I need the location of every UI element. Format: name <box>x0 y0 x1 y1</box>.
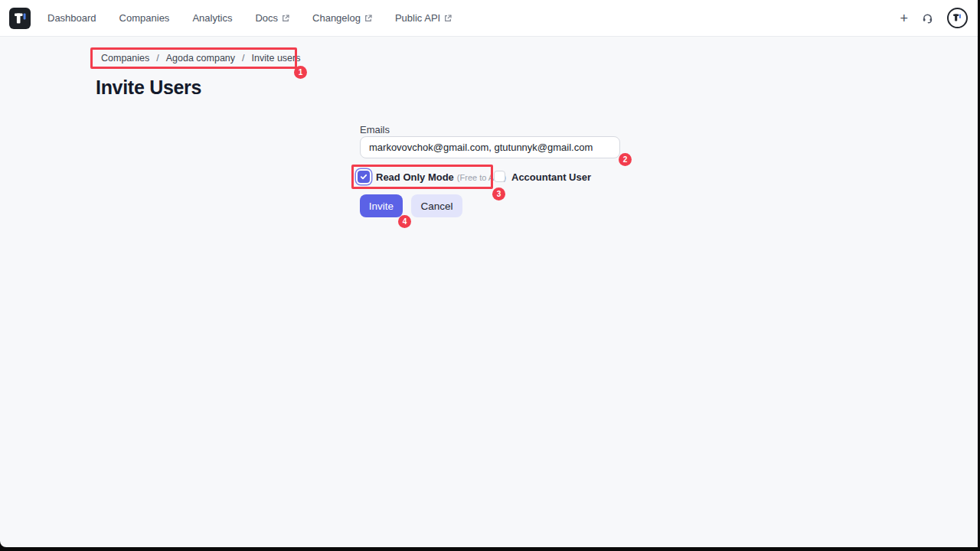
nav-item-dashboard[interactable]: Dashboard <box>47 12 96 24</box>
read-only-mode-label[interactable]: Read Only Mode(Free to Add) <box>376 171 506 183</box>
external-link-icon <box>364 15 372 22</box>
read-only-mode-checkbox[interactable] <box>358 171 370 183</box>
breadcrumb-separator: / <box>156 53 158 64</box>
nav-item-label: Public API <box>395 12 440 24</box>
nav-item-label: Docs <box>255 12 278 24</box>
nav-item-changelog[interactable]: Changelog <box>312 12 372 24</box>
breadcrumb-companies[interactable]: Companies <box>101 53 149 64</box>
annotation-badge-3: 3 <box>492 187 505 201</box>
user-avatar[interactable] <box>947 8 968 28</box>
accountant-user-checkbox[interactable] <box>494 171 505 182</box>
nav-item-label: Analytics <box>192 12 232 24</box>
top-navbar: Dashboard Companies Analytics Docs Chang… <box>0 0 978 37</box>
brand-logo-icon <box>9 8 31 29</box>
breadcrumb: Companies / Agoda company / Invite users <box>101 47 300 69</box>
accountant-user-label[interactable]: Accountant User <box>511 171 591 183</box>
annotation-badge-2: 2 <box>619 153 632 166</box>
support-headset-icon[interactable] <box>921 11 934 24</box>
nav-item-label: Dashboard <box>47 12 96 24</box>
breadcrumb-separator: / <box>242 53 244 64</box>
avatar-logo-icon <box>952 12 963 24</box>
external-link-icon <box>282 15 289 22</box>
cancel-button[interactable]: Cancel <box>411 194 462 217</box>
nav-item-public-api[interactable]: Public API <box>395 12 452 24</box>
page-title: Invite Users <box>96 77 201 99</box>
nav-item-docs[interactable]: Docs <box>255 12 289 24</box>
emails-label: Emails <box>360 124 390 135</box>
nav-item-companies[interactable]: Companies <box>119 12 170 24</box>
emails-input[interactable] <box>360 136 620 158</box>
invite-button[interactable]: Invite <box>360 194 403 217</box>
checkmark-icon <box>360 173 368 181</box>
nav-item-label: Companies <box>119 12 170 24</box>
nav-item-label: Changelog <box>312 12 361 24</box>
external-link-icon <box>444 15 452 22</box>
annotation-badge-1: 1 <box>294 66 307 79</box>
annotation-badge-4: 4 <box>398 215 411 228</box>
nav-item-analytics[interactable]: Analytics <box>192 12 232 24</box>
brand-logo[interactable] <box>9 8 31 29</box>
plus-icon[interactable]: + <box>900 11 908 25</box>
breadcrumb-invite-users[interactable]: Invite users <box>252 53 301 64</box>
read-only-mode-text: Read Only Mode <box>376 171 454 183</box>
nav-links: Dashboard Companies Analytics Docs Chang… <box>47 12 452 24</box>
breadcrumb-agoda-company[interactable]: Agoda company <box>166 53 235 64</box>
navbar-actions: + <box>900 8 968 28</box>
app-window: Dashboard Companies Analytics Docs Chang… <box>0 0 978 547</box>
